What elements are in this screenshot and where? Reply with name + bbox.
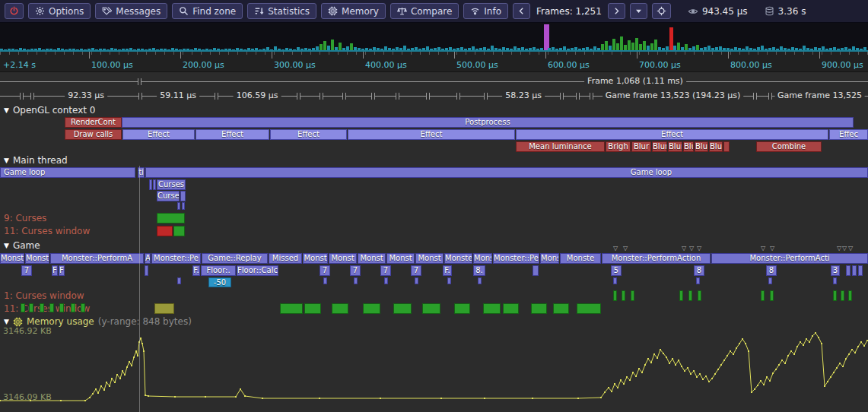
zone-bar[interactable] <box>483 303 501 314</box>
histogram-bar[interactable] <box>483 47 486 50</box>
histogram-bar[interactable] <box>205 49 208 50</box>
zone-bar[interactable] <box>761 290 765 301</box>
histogram-bar[interactable] <box>749 48 752 50</box>
zone-bar[interactable] <box>848 290 852 301</box>
histogram-bar[interactable] <box>167 49 170 50</box>
histogram-bar[interactable] <box>844 47 847 50</box>
memory-graph[interactable] <box>0 331 868 403</box>
histogram-bar[interactable] <box>506 48 509 50</box>
histogram-bar[interactable] <box>681 47 684 50</box>
histogram-bar[interactable] <box>491 46 494 50</box>
histogram-bar[interactable] <box>255 48 258 50</box>
zone-bar[interactable] <box>173 226 185 236</box>
collapsed-zone-marker-icon[interactable]: ▽ <box>697 246 701 252</box>
histogram-bar[interactable] <box>148 49 151 50</box>
zone-bar[interactable]: Monster::Pe <box>151 253 201 264</box>
zone-bar[interactable]: Blur <box>652 141 667 152</box>
histogram-bar[interactable] <box>365 48 368 50</box>
zone-bar[interactable] <box>833 277 837 284</box>
collapsed-zone-marker-icon[interactable]: ▽ <box>613 246 618 252</box>
zone-bar[interactable] <box>182 202 185 210</box>
zone-bar[interactable] <box>280 303 303 314</box>
histogram-bar[interactable] <box>399 48 402 50</box>
histogram-bar[interactable] <box>856 48 859 50</box>
zone-bar[interactable]: Effec <box>829 129 868 140</box>
histogram-bar[interactable] <box>11 49 14 50</box>
zone-bar[interactable] <box>323 277 327 284</box>
zone-bar[interactable]: Effect <box>270 129 347 140</box>
histogram-bar[interactable] <box>768 48 771 50</box>
zone-bar[interactable] <box>846 265 851 276</box>
histogram-bar[interactable] <box>578 49 581 50</box>
histogram-bar[interactable] <box>605 41 608 50</box>
histogram-bar[interactable] <box>228 49 231 50</box>
histogram-bar[interactable] <box>358 48 361 50</box>
histogram-bar[interactable] <box>746 46 749 50</box>
histogram-bar[interactable] <box>498 49 501 50</box>
zone-bar[interactable] <box>577 303 601 314</box>
histogram-bar[interactable] <box>243 49 246 50</box>
histogram-bar[interactable] <box>616 43 619 50</box>
zone-bar[interactable]: 7 <box>350 265 361 276</box>
zone-bar[interactable]: Blur <box>683 141 694 152</box>
histogram-bar[interactable] <box>688 48 692 50</box>
zone-bar[interactable]: Mean luminance <box>516 141 605 152</box>
histogram-bar[interactable] <box>103 49 106 50</box>
histogram-bar[interactable] <box>818 48 821 50</box>
power-button[interactable] <box>5 3 24 19</box>
zone-bar[interactable] <box>858 265 863 276</box>
histogram-bar[interactable] <box>186 49 189 50</box>
histogram-bar[interactable] <box>624 45 627 50</box>
histogram-bar[interactable] <box>795 48 798 50</box>
histogram-bar[interactable] <box>555 49 558 50</box>
histogram-bar[interactable] <box>552 47 555 50</box>
histogram-bar[interactable] <box>765 49 768 50</box>
histogram-bar[interactable] <box>320 44 323 50</box>
histogram-bar[interactable] <box>567 49 570 50</box>
histogram-bar[interactable] <box>787 49 790 50</box>
frame-histogram[interactable] <box>0 23 868 52</box>
opengl-section-header[interactable]: ▼ OpenGL context 0 <box>4 105 95 116</box>
histogram-bar[interactable] <box>38 48 41 50</box>
histogram-bar[interactable] <box>563 46 566 50</box>
zone-bar[interactable]: Draw calls <box>65 129 122 140</box>
zone-bar[interactable] <box>622 290 625 301</box>
histogram-bar[interactable] <box>259 49 262 50</box>
histogram-bar[interactable] <box>715 47 718 50</box>
zone-bar[interactable] <box>354 277 358 284</box>
histogram-bar[interactable] <box>464 49 467 50</box>
histogram-bar[interactable] <box>445 48 448 50</box>
zone-bar[interactable]: Blur <box>668 141 682 152</box>
zone-bar[interactable]: Monst <box>329 253 357 264</box>
histogram-bar[interactable] <box>540 48 543 50</box>
histogram-bar[interactable] <box>49 49 52 50</box>
zone-bar[interactable] <box>833 290 837 301</box>
histogram-bar[interactable] <box>87 49 91 50</box>
histogram-bar[interactable] <box>232 49 235 50</box>
zone-bar[interactable]: Monste <box>25 253 49 264</box>
zone-bar[interactable] <box>177 277 181 284</box>
histogram-bar[interactable] <box>8 49 11 50</box>
zone-bar[interactable]: Missed <box>269 253 302 264</box>
collapsed-zone-marker-icon[interactable]: ▽ <box>623 246 628 252</box>
histogram-bar[interactable] <box>635 38 638 50</box>
histogram-bar[interactable] <box>479 48 482 50</box>
histogram-bar[interactable] <box>91 48 94 50</box>
find-zone-button[interactable]: Find zone <box>172 3 243 19</box>
options-button[interactable]: Options <box>28 3 91 19</box>
histogram-bar[interactable] <box>860 49 863 50</box>
histogram-bar[interactable] <box>266 47 269 50</box>
histogram-bar[interactable] <box>202 49 205 50</box>
histogram-bar[interactable] <box>297 47 300 50</box>
histogram-bar[interactable] <box>99 49 102 50</box>
histogram-bar[interactable] <box>475 49 479 50</box>
histogram-bar[interactable] <box>791 47 794 50</box>
zone-bar[interactable]: Blur <box>695 141 708 152</box>
zone-bar[interactable] <box>503 303 519 314</box>
histogram-bar[interactable] <box>403 46 406 50</box>
histogram-bar[interactable] <box>441 49 444 50</box>
histogram-bar[interactable] <box>19 48 22 50</box>
zone-bar[interactable] <box>59 303 64 312</box>
histogram-bar[interactable] <box>612 39 615 50</box>
histogram-bar[interactable] <box>110 48 113 50</box>
